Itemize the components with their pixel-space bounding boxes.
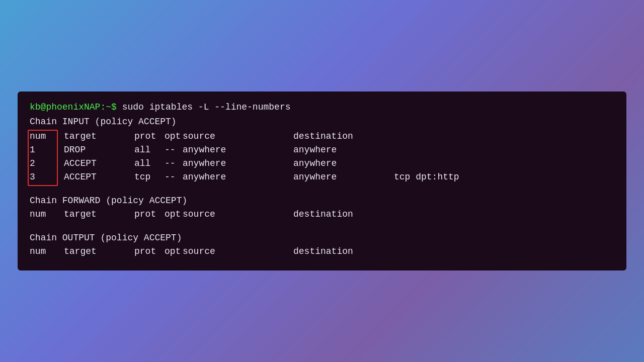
input-table-header: num target prot opt source destination [30,130,614,143]
input-row3-target: ACCEPT [64,170,134,184]
input-row3-extra: tcp dpt:http [394,170,614,184]
output-col-dest: destination [293,245,394,258]
input-table-row-3: 3 ACCEPT tcp -- anywhere anywhere tcp dp… [30,170,614,184]
output-col-prot: prot [134,245,165,258]
output-col-opt: opt [165,245,183,258]
input-row2-num: 2 [30,157,64,170]
input-row1-prot: all [134,143,165,157]
input-chain-header: Chain INPUT (policy ACCEPT) [30,115,614,129]
input-row3-num: 3 [30,170,64,184]
input-table-row-2: 2 ACCEPT all -- anywhere anywhere [30,157,614,170]
input-row3-opt: -- [165,170,183,184]
forward-col-opt: opt [165,208,183,221]
output-table-header: num target prot opt source destination [30,245,614,258]
command-prompt: kb@phoenixNAP:~$ sudo iptables -L --line… [30,101,614,114]
col-opt-header: opt [165,130,183,143]
input-table-row-1: 1 DROP all -- anywhere anywhere [30,143,614,157]
input-row2-opt: -- [165,157,183,170]
forward-col-source: source [183,208,293,221]
input-row1-num: 1 [30,143,64,157]
input-row1-opt: -- [165,143,183,157]
prompt-command: sudo iptables -L --line-numbers [117,101,291,114]
input-chain-table: num target prot opt source destination 1… [30,130,614,184]
output-col-source: source [183,245,293,258]
output-col-num: num [30,245,64,258]
input-row2-target: ACCEPT [64,157,134,170]
terminal-window: kb@phoenixNAP:~$ sudo iptables -L --line… [18,92,626,270]
input-row1-dest: anywhere [293,143,394,157]
input-row2-dest: anywhere [293,157,394,170]
forward-col-dest: destination [293,208,394,221]
prompt-user: kb@phoenixNAP:~$ [30,101,117,114]
input-row1-source: anywhere [183,143,293,157]
col-prot-header: prot [134,130,165,143]
input-row3-dest: anywhere [293,170,394,184]
col-source-header: source [183,130,293,143]
forward-chain-header: Chain FORWARD (policy ACCEPT) [30,194,614,208]
forward-col-target: target [64,208,134,221]
output-col-target: target [64,245,134,258]
forward-table-header: num target prot opt source destination [30,208,614,221]
input-row2-prot: all [134,157,165,170]
forward-col-num: num [30,208,64,221]
input-row2-source: anywhere [183,157,293,170]
input-row2-extra [394,157,614,170]
col-target-header: target [64,130,134,143]
input-row1-target: DROP [64,143,134,157]
input-row3-source: anywhere [183,170,293,184]
input-row3-prot: tcp [134,170,165,184]
col-num-header: num [30,130,64,143]
input-row1-extra [394,143,614,157]
forward-col-prot: prot [134,208,165,221]
output-chain-header: Chain OUTPUT (policy ACCEPT) [30,231,614,245]
col-dest-header: destination [293,130,394,143]
